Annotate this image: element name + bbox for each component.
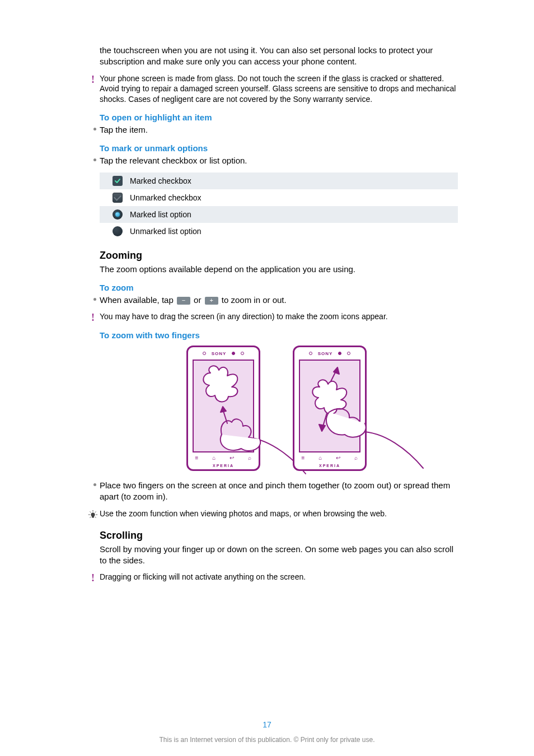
option-label: Unmarked list option [130, 227, 202, 236]
bullet-pinch-row: Place two fingers on the screen at once … [90, 480, 458, 503]
option-label: Marked checkbox [130, 176, 191, 185]
unmarked-checkbox-icon [105, 193, 130, 203]
heading-mark-options: To mark or unmark options [100, 143, 458, 153]
zoom-text-post: to zoom in or out. [222, 295, 287, 305]
heading-open-item: To open or highlight an item [100, 113, 458, 122]
bullet-tap-item-row: Tap the item. [90, 124, 458, 136]
warning-icon: ! [86, 73, 100, 85]
svg-rect-5 [92, 516, 94, 517]
bullet-icon [90, 480, 100, 486]
option-row-unmarked-list: Unmarked list option [100, 223, 458, 240]
svg-line-9 [90, 511, 91, 512]
unmarked-radio-icon [105, 226, 130, 236]
phone-illustration-spread-out: SONY [293, 346, 371, 471]
section-scrolling: Scrolling [100, 530, 458, 542]
svg-marker-3 [319, 424, 325, 431]
bullet-pinch-text: Place two fingers on the screen at once … [100, 480, 458, 503]
page: the touchscreen when you are not using i… [0, 0, 534, 756]
intro-paragraph: the touchscreen when you are not using i… [100, 45, 458, 68]
hand-pinch-in-icon [188, 356, 300, 468]
phone-illustration-pinch-in: SONY [186, 346, 265, 471]
svg-marker-1 [221, 407, 226, 412]
option-row-marked-checkbox: Marked checkbox [100, 172, 458, 189]
phone-brand: SONY [212, 351, 227, 356]
warning-glass-text: Your phone screen is made from glass. Do… [100, 73, 458, 105]
svg-line-11 [90, 516, 91, 517]
section-zooming: Zooming [100, 250, 458, 262]
content-column: the touchscreen when you are not using i… [100, 45, 458, 583]
svg-point-4 [91, 512, 95, 516]
bullet-zoom-row: When available, tap − or + to zoom in or… [90, 295, 458, 306]
option-label: Marked list option [130, 210, 191, 219]
heading-two-fingers: To zoom with two fingers [100, 330, 458, 340]
bullet-icon [90, 155, 100, 161]
marked-radio-icon [105, 209, 130, 220]
option-label: Unmarked checkbox [130, 193, 202, 202]
marked-checkbox-icon [105, 176, 130, 186]
page-number: 17 [0, 720, 534, 729]
bullet-tap-item: Tap the item. [100, 124, 458, 136]
heading-to-zoom: To zoom [100, 283, 458, 292]
zoom-text-pre: When available, tap [100, 295, 176, 305]
warning-zoom-text: You may have to drag the screen (in any … [100, 311, 458, 322]
warning-scroll-row: ! Dragging or flicking will not activate… [86, 572, 458, 583]
bullet-icon [90, 124, 100, 130]
tip-zoom-row: Use the zoom function when viewing photo… [86, 508, 458, 520]
warning-zoom-row: ! You may have to drag the screen (in an… [86, 311, 458, 323]
options-table: Marked checkbox Unmarked checkbox Marked… [100, 172, 458, 240]
footer-disclaimer: This is an Internet version of this publ… [0, 736, 534, 744]
warning-icon: ! [86, 572, 100, 583]
warning-icon: ! [86, 311, 100, 323]
option-row-unmarked-checkbox: Unmarked checkbox [100, 189, 458, 206]
hand-spread-out-icon [294, 356, 418, 479]
tip-zoom-text: Use the zoom function when viewing photo… [100, 508, 458, 519]
tip-icon [86, 508, 100, 520]
bullet-tap-checkbox: Tap the relevant checkbox or list option… [100, 155, 458, 166]
option-row-marked-list: Marked list option [100, 206, 458, 223]
warning-scroll-text: Dragging or flicking will not activate a… [100, 572, 458, 582]
scrolling-intro: Scroll by moving your finger up or down … [100, 544, 458, 567]
bullet-tap-checkbox-row: Tap the relevant checkbox or list option… [90, 155, 458, 166]
bullet-zoom-text: When available, tap − or + to zoom in or… [100, 295, 458, 306]
svg-line-12 [95, 516, 96, 517]
pinch-zoom-figure: SONY [100, 346, 458, 471]
bullet-icon [90, 295, 100, 301]
phone-brand: SONY [318, 351, 333, 356]
zooming-intro: The zoom options available depend on the… [100, 264, 458, 275]
svg-line-10 [95, 511, 96, 512]
zoom-in-icon: + [205, 297, 218, 305]
warning-glass-row: ! Your phone screen is made from glass. … [86, 73, 458, 105]
zoom-text-mid: or [194, 295, 204, 305]
zoom-out-icon: − [177, 297, 190, 305]
